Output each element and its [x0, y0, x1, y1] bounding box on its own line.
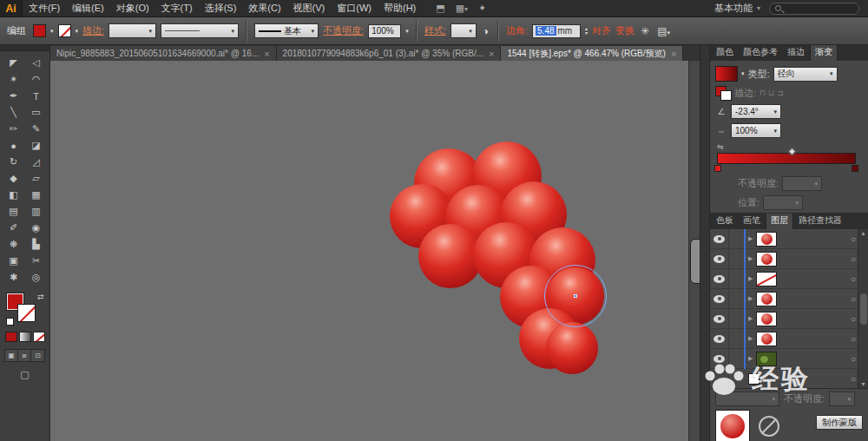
line-segment-tool[interactable]: ╲ [3, 104, 25, 121]
lasso-tool[interactable]: ◠ [25, 71, 48, 88]
target-circle-icon[interactable]: ○ [851, 254, 856, 264]
visibility-toggle[interactable] [710, 349, 729, 368]
menu-item[interactable]: 编辑(E) [66, 3, 110, 13]
target-circle-icon[interactable]: ○ [851, 354, 856, 364]
layer-row[interactable]: ▶○ [710, 289, 868, 309]
layer-row[interactable]: ▶○ [710, 349, 868, 369]
artboard-tool[interactable]: ▣ [3, 253, 25, 269]
selection-tool[interactable]: ◤ [3, 55, 25, 71]
rectangle-tool[interactable]: ▭ [25, 104, 48, 121]
workspace-switcher[interactable]: 基本功能 ▾ [714, 2, 760, 15]
color-mode-button[interactable] [5, 332, 17, 342]
canvas-vertical-scrollbar[interactable] [688, 61, 700, 441]
style-dropdown[interactable]: ▾ [450, 23, 477, 38]
panel-tab[interactable]: 色板 [712, 214, 738, 229]
draw-inside-button[interactable]: ⊡ [31, 350, 44, 361]
target-circle-icon[interactable]: ○ [851, 294, 856, 304]
gradient-swatch-dropdown-icon[interactable]: ▾ [741, 70, 745, 77]
column-graph-tool[interactable]: ▙ [25, 236, 48, 253]
eraser-tool[interactable]: ◪ [25, 137, 48, 154]
expand-arrow-icon[interactable]: ▶ [748, 335, 753, 342]
dock-collapse-gutter[interactable] [700, 45, 710, 441]
panel-tab[interactable]: 描边 [783, 45, 809, 61]
target-circle-icon[interactable]: ○ [851, 334, 856, 344]
make-mask-button[interactable]: 制作蒙版 [816, 415, 863, 430]
panel-tab[interactable]: 画笔 [739, 214, 765, 229]
visibility-toggle[interactable] [710, 329, 729, 348]
layer-row[interactable]: ▶○ [710, 309, 868, 329]
target-circle-icon[interactable]: ○ [851, 374, 856, 384]
type-tool[interactable]: T [25, 88, 48, 104]
layers-scrollbar[interactable]: ▲ ▼ [858, 229, 868, 388]
red-sphere[interactable] [546, 322, 598, 374]
stop-opacity-field[interactable]: ▾ [782, 176, 822, 191]
expand-arrow-icon[interactable]: ▶ [748, 355, 753, 362]
scrollbar-thumb[interactable] [690, 239, 700, 284]
expand-arrow-icon[interactable]: ▶ [748, 295, 753, 302]
magic-wand-tool[interactable]: ✶ [3, 71, 25, 88]
arrange-documents-icon[interactable]: ▦▾ [456, 3, 468, 14]
visibility-toggle[interactable] [710, 229, 729, 248]
gradient-mode-button[interactable] [19, 332, 31, 342]
gradient-stop-end[interactable] [852, 165, 858, 172]
hand-tool[interactable]: ✱ [3, 269, 25, 286]
menu-item[interactable]: 对象(O) [110, 3, 155, 13]
blob-brush-tool[interactable]: ● [3, 137, 25, 154]
paintbrush-tool[interactable]: ✏ [3, 121, 25, 137]
document-tab[interactable]: 1544 [转换].eps* @ 466.47% (RGB/预览)× [501, 46, 683, 61]
menu-item[interactable]: 文件(F) [23, 3, 66, 13]
launch-bridge-icon[interactable]: ⬒ [436, 3, 444, 14]
scale-tool[interactable]: ◿ [25, 154, 48, 170]
perspective-grid-tool[interactable]: ▦ [25, 187, 48, 203]
document-tab[interactable]: 2018010779094883k6p6_01 (3).ai* @ 35% (R… [277, 46, 502, 61]
opacity-dropdown-icon[interactable]: ▾ [405, 28, 409, 35]
menu-item[interactable]: 文字(T) [155, 3, 199, 13]
canvas[interactable] [50, 61, 700, 441]
gradient-angle-field[interactable]: -23.4°▾ [731, 104, 781, 119]
reverse-gradient-icon[interactable]: ⇋ [717, 142, 729, 151]
fill-color-swatch[interactable] [33, 24, 46, 37]
stroke-color-swatch[interactable] [58, 24, 71, 37]
recolor-artwork-icon[interactable]: ◑ [481, 25, 490, 37]
blend-tool[interactable]: ◉ [25, 220, 48, 236]
panel-tab[interactable]: 颜色 [712, 45, 738, 61]
fill-dropdown-icon[interactable]: ▾ [50, 28, 54, 35]
draw-normal-button[interactable]: ▣ [5, 350, 18, 361]
layers-scrollbar-thumb[interactable] [860, 293, 867, 325]
visibility-toggle[interactable] [710, 309, 729, 328]
mesh-tool[interactable]: ▤ [3, 203, 25, 220]
style-link[interactable]: 样式: [424, 24, 446, 37]
stroke-weight-link[interactable]: 描边: [82, 24, 104, 37]
panel-tab[interactable]: 颜色参考 [739, 45, 782, 61]
stroke-dropdown-icon[interactable]: ▾ [76, 28, 79, 35]
default-fill-stroke-icon[interactable] [6, 318, 14, 326]
target-circle-icon[interactable]: ○ [851, 274, 856, 284]
corner-stepper[interactable]: ▴▾ [585, 27, 588, 36]
close-tab-icon[interactable]: × [671, 49, 676, 58]
visibility-toggle[interactable] [710, 269, 729, 288]
menu-item[interactable]: 窗口(W) [331, 3, 378, 13]
transform-link[interactable]: 变换 [615, 24, 635, 37]
panel-tab[interactable]: 路径查找器 [794, 214, 846, 229]
gradient-swatch[interactable] [715, 66, 738, 82]
target-circle-icon[interactable]: ○ [851, 234, 856, 244]
document-tab[interactable]: Nipic_9885883_20150605101634669000.ai* @… [50, 46, 277, 61]
opacity-field[interactable]: 100% [368, 24, 401, 38]
cs-live-icon[interactable]: ✦ [478, 3, 486, 14]
swap-fill-stroke-icon[interactable]: ⇄ [37, 293, 44, 301]
direct-selection-tool[interactable]: ◁ [25, 55, 48, 71]
menu-item[interactable]: 帮助(H) [378, 3, 422, 13]
scroll-up-icon[interactable]: ▲ [860, 230, 866, 236]
layer-row[interactable]: ▶○ [710, 249, 868, 269]
expand-arrow-icon[interactable]: ▶ [748, 315, 753, 322]
panel-tab[interactable]: 渐变 [810, 45, 838, 61]
scroll-down-icon[interactable]: ▼ [860, 381, 866, 387]
visibility-toggle[interactable] [710, 289, 729, 308]
isolate-selected-object-icon[interactable]: ✳ [639, 25, 651, 37]
close-tab-icon[interactable]: × [489, 49, 494, 58]
free-transform-tool[interactable]: ▱ [25, 170, 48, 187]
expand-arrow-icon[interactable]: ▶ [748, 275, 753, 282]
gradient-fill-stroke-toggle[interactable] [715, 86, 731, 100]
opacity-link[interactable]: 不透明度: [323, 24, 364, 37]
draw-behind-button[interactable]: ⧈ [18, 350, 31, 361]
